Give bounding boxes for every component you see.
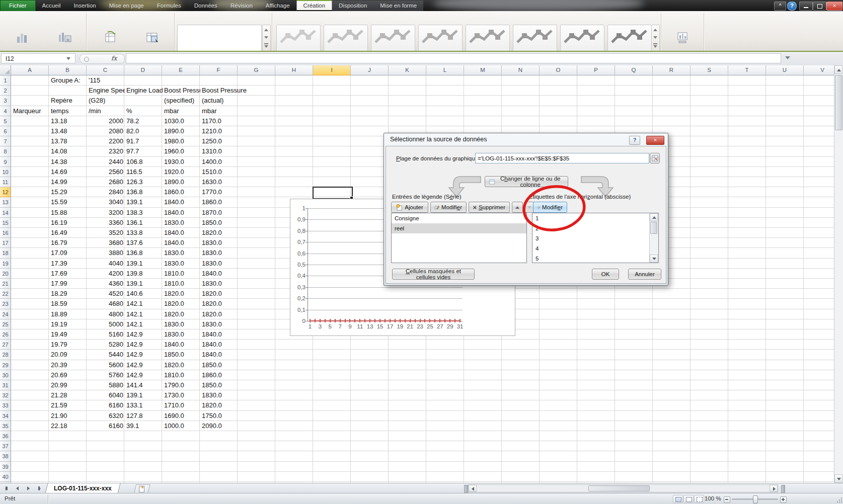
cell-C14[interactable]: 3200 xyxy=(87,208,125,218)
cancel-button[interactable]: Annuler xyxy=(628,269,661,280)
gallery-more-arrow-icon[interactable] xyxy=(264,45,268,48)
cell-D4[interactable]: % xyxy=(125,106,163,116)
cell-E18[interactable]: 1830.0 xyxy=(163,248,200,258)
row-header-31[interactable]: 31 xyxy=(0,380,11,390)
row-header-11[interactable]: 11 xyxy=(0,177,11,187)
row-header-10[interactable]: 10 xyxy=(0,167,11,177)
cell-E4[interactable]: mbar xyxy=(163,106,200,116)
cell-E26[interactable]: 1830.0 xyxy=(163,329,200,340)
styles-gallery-scroll[interactable] xyxy=(651,25,660,52)
row-header-27[interactable]: 27 xyxy=(0,340,11,350)
cell-F32[interactable]: 1830.0 xyxy=(200,390,238,400)
cell-D17[interactable]: 137.6 xyxy=(125,238,163,248)
cell-F30[interactable]: 1860.0 xyxy=(200,370,238,380)
cell-E21[interactable]: 1810.0 xyxy=(163,279,200,289)
ribbon-tab-donn-es[interactable]: Données xyxy=(188,1,224,11)
column-header-R[interactable]: R xyxy=(653,65,691,75)
cell-B29[interactable]: 20.39 xyxy=(49,360,87,370)
chart-style-thumbnail[interactable] xyxy=(418,25,463,52)
zoom-level[interactable]: 100 % xyxy=(705,495,721,501)
cell-E29[interactable]: 1820.0 xyxy=(163,360,200,370)
row-header-24[interactable]: 24 xyxy=(0,309,11,319)
cell-D2[interactable]: Engine Load xyxy=(125,86,163,96)
name-box[interactable]: I12 xyxy=(1,53,75,63)
next-sheet-button[interactable] xyxy=(23,484,33,492)
column-header-O[interactable]: O xyxy=(540,65,577,75)
cell-E11[interactable]: 1890.0 xyxy=(163,177,200,187)
scroll-up-button[interactable] xyxy=(834,65,842,74)
cell-C5[interactable]: 2000 xyxy=(87,116,125,126)
add-series-button[interactable]: Ajouter xyxy=(391,202,428,213)
column-header-S[interactable]: S xyxy=(691,65,728,75)
row-header-38[interactable]: 38 xyxy=(0,451,11,461)
cell-F22[interactable]: 1820.0 xyxy=(200,289,238,299)
cell-C34[interactable]: 6320 xyxy=(87,411,125,421)
column-header-L[interactable]: L xyxy=(426,65,464,75)
styles-more-icon[interactable] xyxy=(653,43,657,44)
hidden-empty-cells-button[interactable]: Cellules masquées et cellules vides xyxy=(392,269,475,280)
cell-D31[interactable]: 141.4 xyxy=(125,380,163,390)
ribbon-tab-disposition[interactable]: Disposition xyxy=(332,1,373,11)
row-header-15[interactable]: 15 xyxy=(0,218,11,228)
dialog-close-icon[interactable]: × xyxy=(646,136,664,145)
cell-B33[interactable]: 21.59 xyxy=(49,400,87,410)
row-header-16[interactable]: 16 xyxy=(0,228,11,238)
select-all-corner[interactable] xyxy=(0,65,11,75)
column-header-K[interactable]: K xyxy=(389,65,426,75)
cell-D33[interactable]: 133.1 xyxy=(125,400,163,410)
cell-C9[interactable]: 2440 xyxy=(87,157,125,167)
ribbon-collapse-button[interactable]: ^ xyxy=(774,2,786,11)
chart-data-range-input[interactable]: ='LOG-01-115-xxx-xxx'!$E$5:$F$35 xyxy=(475,153,649,163)
cell-B4[interactable]: temps xyxy=(49,106,87,116)
row-header-20[interactable]: 20 xyxy=(0,269,11,279)
cell-B28[interactable]: 20.09 xyxy=(49,350,87,360)
cell-C24[interactable]: 4800 xyxy=(87,309,125,319)
cell-E9[interactable]: 1930.0 xyxy=(163,157,200,167)
cell-E12[interactable]: 1860.0 xyxy=(163,187,200,197)
cell-F16[interactable]: 1820.0 xyxy=(200,228,238,238)
column-header-T[interactable]: T xyxy=(728,65,766,75)
ribbon-tab-insertion[interactable]: Insertion xyxy=(67,1,103,11)
cell-D32[interactable]: 139.1 xyxy=(125,390,163,400)
cell-C32[interactable]: 6040 xyxy=(87,390,125,400)
cell-B9[interactable]: 14.38 xyxy=(49,157,87,167)
ribbon-tab-mise-en-page[interactable]: Mise en page xyxy=(103,1,150,11)
row-header-21[interactable]: 21 xyxy=(0,279,11,289)
cell-C13[interactable]: 3040 xyxy=(87,197,125,207)
cell-C23[interactable]: 4680 xyxy=(87,299,125,309)
switch-row-column-dialog-button[interactable]: Changer de ligne ou de colonne xyxy=(485,176,568,187)
cell-D8[interactable]: 97.7 xyxy=(125,146,163,156)
cell-C3[interactable]: (G28) xyxy=(87,96,125,106)
column-header-J[interactable]: J xyxy=(351,65,389,75)
cell-F3[interactable]: (actual) xyxy=(200,96,238,106)
gallery-scroll-down-icon[interactable] xyxy=(264,36,268,39)
page-layout-view-button[interactable] xyxy=(683,495,694,503)
cell-D12[interactable]: 136.8 xyxy=(125,187,163,197)
close-button[interactable]: × xyxy=(826,2,842,11)
column-header-B[interactable]: B xyxy=(49,65,87,75)
cell-E35[interactable]: 1000.0 xyxy=(163,421,200,431)
ribbon-tab-r-vision[interactable]: Révision xyxy=(224,1,259,11)
column-header-H[interactable]: H xyxy=(275,65,313,75)
zoom-out-button[interactable] xyxy=(724,496,730,503)
chart-style-thumbnail[interactable] xyxy=(276,25,321,52)
cell-E19[interactable]: 1830.0 xyxy=(163,259,200,269)
row-header-18[interactable]: 18 xyxy=(0,248,11,258)
cell-F18[interactable]: 1830.0 xyxy=(200,248,238,258)
row-header-29[interactable]: 29 xyxy=(0,360,11,370)
edit-axis-labels-button[interactable]: Modifier xyxy=(533,202,567,213)
cell-E5[interactable]: 1030.0 xyxy=(163,116,200,126)
chart-layouts-gallery[interactable] xyxy=(177,25,262,52)
delete-series-button[interactable]: Supprimer xyxy=(469,202,510,213)
cell-E22[interactable]: 1820.0 xyxy=(163,289,200,299)
axis-label-item[interactable]: 1 xyxy=(532,213,650,223)
cell-E33[interactable]: 1710.0 xyxy=(163,400,200,410)
cell-D11[interactable]: 126.3 xyxy=(125,177,163,187)
chart-style-thumbnail[interactable] xyxy=(607,25,652,52)
cell-F28[interactable]: 1840.0 xyxy=(200,350,238,360)
cell-C30[interactable]: 5760 xyxy=(87,370,125,380)
cell-F35[interactable]: 2090.0 xyxy=(200,421,238,431)
cell-B24[interactable]: 18.89 xyxy=(49,309,87,319)
cell-E32[interactable]: 1730.0 xyxy=(163,390,200,400)
row-header-33[interactable]: 33 xyxy=(0,400,11,410)
